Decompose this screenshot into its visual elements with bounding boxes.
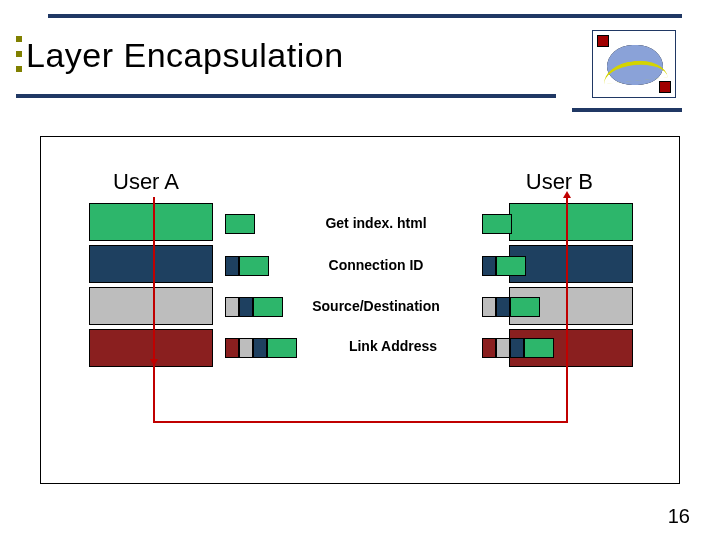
annotation-application: Get index. html [281,215,471,231]
annotation-network: Source/Destination [281,298,471,314]
stack-a-application [89,203,213,241]
user-a-label: User A [113,169,179,195]
page-number: 16 [668,505,690,528]
diagram-frame: User A User B Get index. html Connection [40,136,680,484]
annotation-transport: Connection ID [281,257,471,273]
packet-b-application [482,214,512,234]
packet-a-network [225,297,283,317]
packet-a-link [225,338,297,358]
mid-rule [16,94,556,98]
slide-title: Layer Encapsulation [26,36,344,75]
packet-b-link [482,338,554,358]
top-rule [48,14,682,18]
annotation-link: Link Address [313,338,473,354]
packet-a-transport [225,256,269,276]
arrow-b-up-icon [566,197,568,365]
mid-rule-right [572,108,682,112]
packet-a-application [225,214,255,234]
network-logo-icon [592,30,676,98]
title-bullet-icon [16,36,22,72]
stack-a [89,203,213,371]
stack-a-transport [89,245,213,283]
packet-b-network [482,297,540,317]
arrow-a-down-icon [153,197,155,365]
stack-b-transport [509,245,633,283]
packet-b-transport [482,256,526,276]
stack-b-application [509,203,633,241]
stack-a-network [89,287,213,325]
wire-arrow-icon [153,421,568,423]
user-b-label: User B [526,169,593,195]
